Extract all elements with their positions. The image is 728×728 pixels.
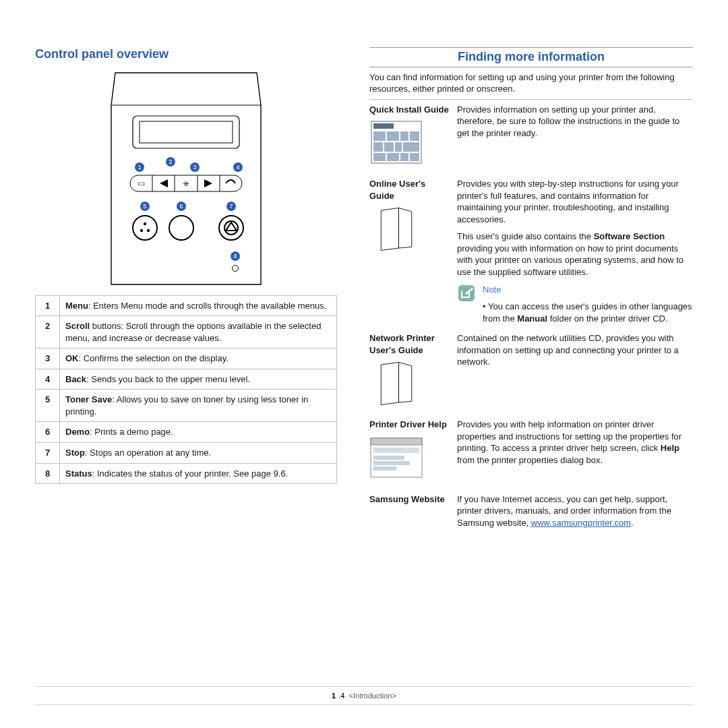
resource-title: Quick Install Guide — [369, 104, 449, 116]
resource-online-users-guide: Online User's Guide Provides you with st… — [369, 177, 693, 331]
legend-description: OK: Confirms the selection on the displa… — [60, 348, 337, 369]
samsung-website-link[interactable]: www.samsungprinter.com — [531, 518, 631, 528]
svg-rect-49 — [373, 461, 410, 465]
section-heading-control-panel: Control panel overview — [35, 47, 337, 62]
legend-row: 3OK: Confirms the selection on the displ… — [36, 348, 337, 369]
svg-rect-43 — [410, 153, 419, 161]
resource-text: Provides information on setting up your … — [457, 104, 693, 140]
two-column-layout: Control panel overview 1 2 3 4 — [35, 47, 693, 541]
page-footer: 1.4 <Introduction> — [35, 686, 693, 705]
resource-title: Online User's Guide — [369, 178, 449, 202]
svg-rect-42 — [400, 153, 408, 161]
callout-5: 5 — [143, 203, 146, 210]
callout-6: 6 — [179, 203, 183, 210]
legend-number: 1 — [36, 295, 60, 316]
callout-3: 3 — [193, 164, 196, 171]
svg-rect-40 — [373, 153, 386, 161]
legend-description: Menu: Enters Menu mode and scrolls throu… — [60, 295, 337, 316]
section-heading-finding-info: Finding more information — [369, 50, 693, 65]
legend-description: Toner Save: Allows you to save on toner … — [60, 390, 337, 422]
svg-rect-34 — [400, 131, 408, 141]
svg-rect-3 — [140, 121, 233, 143]
legend-number: 3 — [36, 348, 60, 369]
resource-samsung-website: Samsung Website If you have Internet acc… — [369, 492, 693, 541]
intro-paragraph: You can find information for setting up … — [369, 71, 693, 95]
svg-text:✳: ✳ — [183, 179, 189, 189]
legend-number: 5 — [36, 390, 60, 422]
svg-point-20 — [133, 216, 157, 240]
legend-description: Scroll buttons: Scroll through the optio… — [60, 316, 337, 348]
resource-text-1: Provides you with step-by-step instructi… — [457, 178, 693, 225]
booklet-icon — [369, 206, 423, 253]
svg-point-23 — [144, 222, 146, 224]
note-icon — [457, 284, 476, 303]
callout-1: 1 — [138, 164, 141, 171]
callout-2: 2 — [169, 158, 172, 165]
legend-row: 6Demo: Prints a demo page. — [36, 422, 337, 443]
legend-description: Status: Indicates the status of your pri… — [60, 463, 337, 484]
callout-7: 7 — [229, 203, 233, 210]
callout-8: 8 — [233, 253, 237, 260]
resource-title: Samsung Website — [369, 493, 449, 506]
page: Control panel overview 1 2 3 4 — [0, 0, 728, 728]
svg-rect-37 — [384, 142, 394, 152]
resource-quick-install: Quick Install Guide — [369, 102, 693, 177]
resource-title: Printer Driver Help — [369, 419, 449, 431]
svg-text:▭: ▭ — [138, 179, 145, 188]
resource-text: Contained on the network utilities CD, p… — [457, 332, 693, 368]
dialog-window-icon — [369, 435, 423, 482]
right-column: Finding more information You can find in… — [369, 47, 693, 541]
legend-description: Back: Sends you back to the upper menu l… — [60, 369, 337, 390]
svg-rect-36 — [373, 142, 383, 152]
page-number-major: 1 — [332, 691, 336, 701]
svg-rect-50 — [373, 466, 396, 471]
note-label: Note — [483, 284, 693, 296]
legend-row: 2Scroll buttons: Scroll through the opti… — [36, 316, 337, 348]
legend-row: 1Menu: Enters Menu mode and scrolls thro… — [36, 295, 337, 316]
control-panel-illustration: 1 2 3 4 ▭ ✳ — [35, 71, 337, 287]
legend-number: 7 — [36, 442, 60, 463]
quick-install-guide-icon — [369, 119, 423, 166]
legend-row: 8Status: Indicates the status of your pr… — [36, 463, 337, 484]
note-text: • You can access the user's guides in ot… — [483, 301, 693, 324]
resource-text: Provides you with help information on pr… — [457, 419, 693, 466]
booklet-icon — [369, 360, 423, 407]
footer-breadcrumb: <Introduction> — [349, 691, 396, 701]
svg-rect-47 — [373, 448, 419, 453]
note-box: Note • You can access the user's guides … — [457, 284, 693, 325]
svg-rect-32 — [373, 131, 386, 141]
svg-rect-33 — [387, 131, 399, 141]
legend-number: 2 — [36, 316, 60, 348]
svg-point-24 — [140, 229, 143, 231]
resource-network-printer-guide: Network Printer User's Guide Contained o… — [369, 331, 693, 417]
svg-rect-31 — [373, 123, 394, 129]
resource-text: If you have Internet access, you can get… — [457, 493, 693, 529]
legend-row: 5Toner Save: Allows you to save on toner… — [36, 390, 337, 422]
svg-rect-48 — [373, 456, 404, 460]
legend-number: 4 — [36, 369, 60, 390]
resource-printer-driver-help: Printer Driver Help Provides you with he… — [369, 417, 693, 491]
svg-rect-41 — [387, 153, 399, 161]
diagram-control-panel: 1 2 3 4 ▭ ✳ — [103, 71, 269, 287]
svg-rect-35 — [410, 131, 419, 141]
legend-number: 6 — [36, 422, 60, 443]
svg-rect-38 — [395, 142, 402, 152]
legend-description: Demo: Prints a demo page. — [60, 422, 337, 443]
svg-point-22 — [219, 216, 243, 240]
resource-text-2: This user's guide also contains the Soft… — [457, 231, 693, 278]
legend-row: 7Stop: Stops an operation at any time. — [36, 442, 337, 463]
control-panel-legend: 1Menu: Enters Menu mode and scrolls thro… — [35, 295, 337, 484]
svg-rect-46 — [371, 438, 422, 445]
svg-rect-39 — [403, 142, 419, 152]
page-number-minor: .4 — [338, 691, 344, 701]
legend-description: Stop: Stops an operation at any time. — [60, 442, 337, 463]
svg-point-29 — [233, 265, 239, 271]
svg-point-21 — [169, 216, 193, 240]
callout-4: 4 — [236, 164, 239, 171]
legend-number: 8 — [36, 463, 60, 484]
divider — [369, 99, 693, 100]
svg-point-25 — [147, 229, 150, 231]
legend-row: 4Back: Sends you back to the upper menu … — [36, 369, 337, 390]
left-column: Control panel overview 1 2 3 4 — [35, 47, 337, 541]
resource-title: Network Printer User's Guide — [369, 332, 449, 356]
